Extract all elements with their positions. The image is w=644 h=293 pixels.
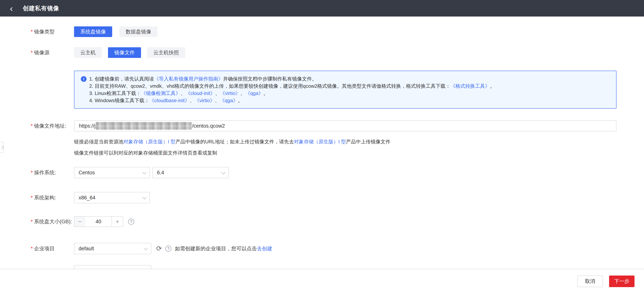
chevron-right-icon	[0, 145, 4, 149]
disk-size-row: * 系统盘大小(GB): − + ?	[31, 216, 134, 227]
notice-text: 1. 创建镜像前，请先认真阅读《导入私有镜像用户操作指南》并确保按照文档中步骤制…	[89, 75, 495, 108]
required-asterisk: *	[31, 47, 33, 58]
image-type-option-system-disk[interactable]: 系统盘镜像	[74, 26, 112, 37]
project-hint: 如需创建新的企业项目，您可以点击去创建	[175, 245, 272, 252]
footer-bar: 取消 下一步	[0, 269, 644, 293]
disk-size-stepper: − +	[74, 216, 123, 227]
arch-value: x86_64	[78, 195, 96, 201]
os-label: * 操作系统:	[31, 167, 74, 178]
project-select[interactable]: default	[74, 243, 151, 254]
link-format-convert-tool[interactable]: 《格式转换工具》	[450, 83, 490, 89]
image-type-row: * 镜像类型 系统盘镜像 数据盘镜像	[31, 26, 165, 37]
link-object-storage-2[interactable]: 对象存储（原生版）I 型	[294, 139, 346, 145]
masked-url-segment	[96, 122, 192, 130]
page-title: 创建私有镜像	[23, 4, 59, 12]
info-icon: i	[81, 76, 86, 82]
link-virtio-linux[interactable]: 《virtio》	[220, 90, 240, 96]
refresh-icon[interactable]: ⟳	[156, 245, 162, 252]
link-qga-windows[interactable]: 《qga》	[220, 98, 238, 103]
decrement-button[interactable]: −	[74, 216, 86, 227]
os-row: * 操作系统: Centos 6.4	[31, 167, 229, 178]
image-type-option-data-disk[interactable]: 数据盘镜像	[120, 26, 158, 37]
os-family-select[interactable]: Centos	[74, 167, 150, 178]
sidebar-expand-handle[interactable]	[0, 142, 4, 153]
chevron-down-icon	[221, 170, 225, 174]
project-label: * 企业项目	[31, 243, 74, 254]
arch-row: * 系统架构: x86_64	[31, 192, 150, 203]
next-step-button[interactable]: 下一步	[609, 275, 634, 287]
os-version-value: 6.4	[157, 170, 164, 176]
notice-line-3: 3. Linux检测工具下载：《镜像检测工具》、《cloud-init》、《vi…	[89, 90, 495, 97]
required-asterisk: *	[31, 216, 33, 227]
chevron-down-icon	[144, 246, 148, 250]
image-source-option-image-file[interactable]: 镜像文件	[108, 47, 141, 58]
link-import-guide[interactable]: 《导入私有镜像用户操作指南》	[154, 76, 223, 82]
image-url-row: * 镜像文件地址:	[31, 120, 74, 131]
image-url-input[interactable]: https://j /centos.qcow2	[74, 120, 616, 131]
required-asterisk: *	[31, 120, 33, 131]
notice-line-2: 2. 目前支持RAW、qcow2、vmdk、vhd格式的镜像文件的上传，如果想要…	[89, 82, 495, 90]
required-asterisk: *	[31, 243, 33, 254]
image-url-suffix: /centos.qcow2	[192, 123, 225, 129]
os-family-value: Centos	[78, 170, 95, 176]
link-virtio-windows[interactable]: 《virtio》	[194, 98, 215, 103]
required-asterisk: *	[31, 167, 33, 178]
notice-box: i 1. 创建镜像前，请先认真阅读《导入私有镜像用户操作指南》并确保按照文档中步…	[74, 71, 616, 109]
image-url-help-1: 链接必须是当前资源池对象存储（原生版）I 型产品中镜像的URL地址；如未上传过镜…	[74, 138, 390, 145]
link-qga-linux[interactable]: 《qga》	[245, 90, 263, 96]
disk-size-help-icon[interactable]: ?	[128, 219, 134, 225]
os-version-select[interactable]: 6.4	[152, 167, 229, 178]
project-row: * 企业项目 default ⟳ ? 如需创建新的企业项目，您可以点击去创建	[31, 243, 272, 254]
notice-line-1: 1. 创建镜像前，请先认真阅读《导入私有镜像用户操作指南》并确保按照文档中步骤制…	[89, 75, 495, 82]
image-url-label: * 镜像文件地址:	[31, 120, 74, 131]
cancel-button[interactable]: 取消	[577, 275, 603, 287]
required-asterisk: *	[31, 192, 33, 203]
image-source-option-host-snapshot[interactable]: 云主机快照	[147, 47, 185, 58]
increment-button[interactable]: +	[112, 216, 123, 227]
image-source-label: * 镜像源	[31, 47, 74, 58]
link-object-storage-1[interactable]: 对象存储（原生版）I 型	[123, 139, 176, 145]
arch-label: * 系统架构:	[31, 192, 74, 203]
back-icon: ‹	[10, 4, 13, 13]
chevron-down-icon	[142, 195, 146, 199]
back-button[interactable]: ‹	[0, 0, 23, 17]
image-type-label: * 镜像类型	[31, 26, 74, 37]
link-image-check-tool[interactable]: 《镜像检测工具》	[141, 90, 180, 96]
project-help-icon[interactable]: ?	[165, 245, 172, 252]
link-cloudbase-init[interactable]: 《cloudbase-init》	[149, 98, 190, 103]
arch-select[interactable]: x86_64	[74, 192, 150, 203]
project-value: default	[78, 246, 94, 252]
link-cloud-init[interactable]: 《cloud-init》	[186, 90, 215, 96]
required-asterisk: *	[31, 26, 33, 37]
chevron-down-icon	[142, 170, 146, 174]
image-url-prefix: https://j	[79, 123, 96, 129]
image-source-option-cloud-host[interactable]: 云主机	[74, 47, 102, 58]
notice-line-4: 4. Windows镜像工具下载：《cloudbase-init》、《virti…	[89, 97, 495, 104]
page-header: ‹ 创建私有镜像	[0, 0, 644, 17]
disk-size-input[interactable]	[85, 216, 112, 227]
disk-size-label: * 系统盘大小(GB):	[31, 216, 74, 227]
image-source-row: * 镜像源 云主机 镜像文件 云主机快照	[31, 47, 192, 58]
link-create-project[interactable]: 去创建	[257, 246, 272, 251]
image-url-help-2: 镜像文件链接可以到对应的对象存储桶里面文件详情页查看或复制	[74, 150, 217, 156]
